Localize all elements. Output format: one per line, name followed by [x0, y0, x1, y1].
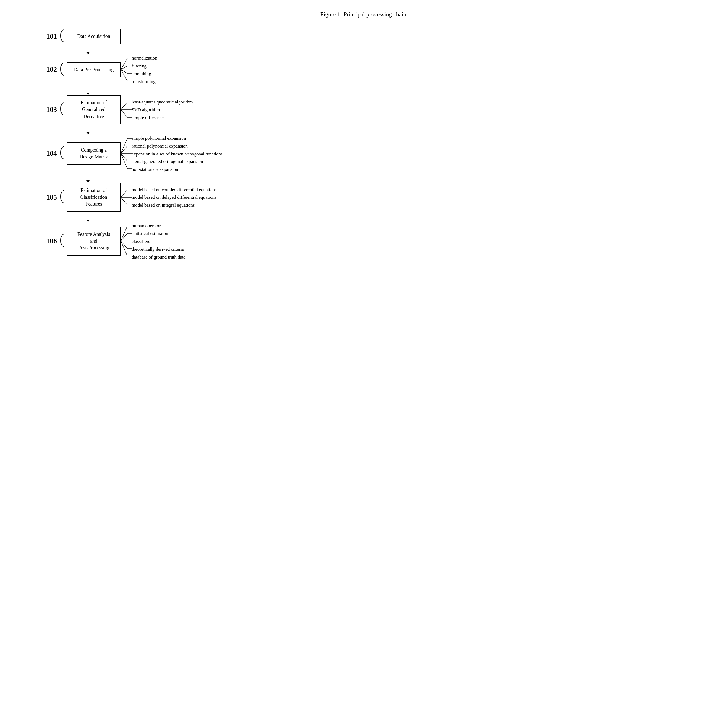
side-label-106-4: database of ground truth data: [132, 254, 185, 261]
brace-area-104: simple polynomial expansionrational poly…: [121, 135, 223, 172]
brace-svg-105: [121, 186, 132, 209]
main-row-104: 104 Composing aDesign Matrixsimple polyn…: [38, 135, 223, 172]
svg-line-18: [121, 146, 127, 153]
svg-line-13: [121, 110, 127, 117]
side-label-104-0: simple polynomial expansion: [132, 135, 223, 142]
side-label-105-0: model based on coupled differential equa…: [132, 186, 217, 194]
node-number-104: 104: [38, 150, 57, 158]
side-label-106-2: classifiers: [132, 238, 185, 246]
side-label-105-1: model based on delayed differential equa…: [132, 194, 217, 201]
side-label-104-1: rational polynomial expansion: [132, 142, 223, 150]
left-bracket-104: [60, 146, 66, 161]
left-bracket-102: [60, 62, 66, 77]
left-bracket-105: [60, 190, 66, 205]
node-box-104: Composing aDesign Matrix: [67, 142, 121, 165]
svg-line-24: [121, 153, 127, 169]
left-bracket-101: [60, 29, 66, 44]
node-box-101: Data Acquisition: [67, 29, 121, 44]
row-group-106: 106 Feature AnalysisandPost-Processinghu…: [38, 222, 185, 260]
main-row-105: 105 Estimation ofClassificationFeaturesm…: [38, 183, 217, 212]
main-row-103: 103 Estimation ofGeneralizedDerivativele…: [38, 95, 193, 124]
row-group-104: 104 Composing aDesign Matrixsimple polyn…: [38, 135, 223, 172]
brace-area-106: human operatorstatistical estimatorsclas…: [121, 222, 185, 260]
side-labels-104: simple polynomial expansionrational poly…: [132, 135, 223, 172]
node-number-103: 103: [38, 106, 57, 114]
side-label-102-0: normalization: [132, 54, 157, 62]
side-label-103-1: SVD algorithm: [132, 106, 193, 114]
left-bracket-106: [60, 234, 66, 249]
svg-line-34: [121, 226, 127, 241]
node-box-106: Feature AnalysisandPost-Processing: [67, 226, 121, 256]
side-label-105-2: model based on integral equations: [132, 201, 217, 209]
side-label-104-2: expansion in a set of known orthogonal f…: [132, 150, 223, 158]
side-label-102-3: transforming: [132, 78, 157, 86]
svg-line-40: [121, 241, 127, 249]
row-group-102: 102 Data Pre-Processingnormalizationfilt…: [38, 54, 157, 85]
brace-svg-103: [121, 98, 132, 121]
svg-line-27: [121, 190, 127, 197]
side-labels-102: normalizationfilteringsmoothingtransform…: [132, 54, 157, 85]
row-group-103: 103 Estimation ofGeneralizedDerivativele…: [38, 95, 193, 124]
row-group-105: 105 Estimation ofClassificationFeaturesm…: [38, 183, 217, 212]
side-label-104-3: signal-generated orthogonal expansion: [132, 158, 223, 166]
row-group-101: 101 Data Acquisition: [38, 29, 121, 44]
node-box-103: Estimation ofGeneralizedDerivative: [67, 95, 121, 124]
node-number-102: 102: [38, 66, 57, 74]
diagram: 101 Data Acquisition102 Data Pre-Process…: [16, 29, 712, 260]
brace-svg-106: [121, 222, 132, 260]
side-label-102-2: smoothing: [132, 70, 157, 78]
svg-line-31: [121, 197, 127, 205]
side-labels-106: human operatorstatistical estimatorsclas…: [132, 222, 185, 260]
node-box-102: Data Pre-Processing: [67, 62, 121, 78]
brace-area-103: least-squares quadratic algorithmSVD alg…: [121, 98, 193, 121]
brace-svg-102: [121, 54, 132, 85]
side-label-104-4: non-stationary expansion: [132, 166, 223, 174]
svg-line-36: [121, 233, 127, 241]
side-labels-105: model based on coupled differential equa…: [132, 186, 217, 209]
node-number-105: 105: [38, 194, 57, 201]
main-row-101: 101 Data Acquisition: [38, 29, 121, 44]
brace-area-102: normalizationfilteringsmoothingtransform…: [121, 54, 157, 85]
main-row-106: 106 Feature AnalysisandPost-Processinghu…: [38, 222, 185, 260]
svg-line-22: [121, 153, 127, 161]
side-label-106-3: theoretically derived criteria: [132, 246, 185, 254]
svg-line-9: [121, 102, 127, 110]
node-number-101: 101: [38, 33, 57, 40]
side-labels-103: least-squares quadratic algorithmSVD alg…: [132, 98, 193, 121]
node-number-106: 106: [38, 237, 57, 245]
main-row-102: 102 Data Pre-Processingnormalizationfilt…: [38, 54, 157, 85]
side-label-106-1: statistical estimators: [132, 230, 185, 238]
svg-line-42: [121, 241, 127, 256]
side-label-103-0: least-squares quadratic algorithm: [132, 98, 193, 106]
svg-line-16: [121, 138, 127, 153]
brace-svg-104: [121, 135, 132, 172]
side-label-106-0: human operator: [132, 222, 185, 230]
brace-area-105: model based on coupled differential equa…: [121, 186, 217, 209]
left-bracket-103: [60, 102, 66, 117]
side-label-103-2: simple difference: [132, 114, 193, 122]
page-title: Figure 1: Principal processing chain.: [16, 11, 712, 18]
side-label-102-1: filtering: [132, 62, 157, 70]
node-box-105: Estimation ofClassificationFeatures: [67, 183, 121, 212]
